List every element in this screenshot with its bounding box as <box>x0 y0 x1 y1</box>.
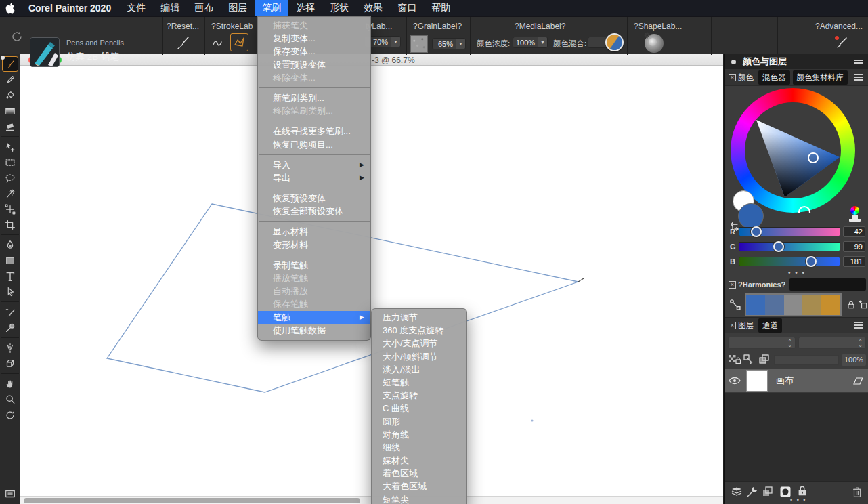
submenu-item-thin-line[interactable]: 细线 <box>372 441 466 454</box>
menu-item-new-brush-category[interactable]: 新笔刷类别... <box>258 91 370 104</box>
menubar-item-edit[interactable]: 编辑 <box>153 0 187 16</box>
add-swatch-icon[interactable] <box>858 299 868 311</box>
tab-channels[interactable]: 通道 <box>758 318 782 333</box>
paper-texture-thumbnail[interactable] <box>410 35 428 53</box>
dynamic-plugins-icon[interactable] <box>745 485 759 499</box>
submenu-item-c-curve[interactable]: C 曲线 <box>372 402 466 415</box>
menu-item-restore-default-variant[interactable]: 恢复预设变体 <box>258 192 370 205</box>
lock-layer-icon[interactable] <box>796 484 808 498</box>
apple-icon[interactable] <box>0 3 20 14</box>
panel-handle-dot[interactable] <box>1 56 5 60</box>
color-blend-sphere-icon[interactable] <box>605 33 624 51</box>
document-titlebar[interactable]: -3 @ 66.7% <box>20 54 723 66</box>
tool-cloner[interactable] <box>2 320 18 335</box>
harmony-swatch-3[interactable] <box>784 295 803 315</box>
harmony-link-icon[interactable] <box>729 298 742 312</box>
layers-panel-menu-icon[interactable] <box>854 320 863 330</box>
blue-value[interactable]: 181 <box>843 256 865 267</box>
green-value[interactable]: 99 <box>843 241 865 252</box>
submenu-item-diagonal[interactable]: 对角线 <box>372 428 466 441</box>
tool-dropper[interactable] <box>2 72 18 87</box>
menubar-item-shapes[interactable]: 形状 <box>322 0 356 16</box>
tool-lasso[interactable] <box>2 170 18 186</box>
blue-slider[interactable] <box>739 257 840 266</box>
tool-transform[interactable] <box>2 201 18 217</box>
layer-commands-icon[interactable] <box>730 485 743 499</box>
tool-shape-select[interactable] <box>2 284 18 299</box>
menubar-item-help[interactable]: 帮助 <box>424 0 458 16</box>
harmony-swatch-4[interactable] <box>802 295 821 315</box>
layer-opacity-value[interactable]: 100% <box>842 354 866 366</box>
green-slider[interactable] <box>739 242 840 251</box>
tool-pen[interactable] <box>2 237 18 253</box>
lock-icon[interactable] <box>846 299 856 311</box>
menu-item-restore-purchased[interactable]: 恢复已购项目... <box>258 138 370 151</box>
panel-header[interactable]: 颜色与图层 <box>725 54 868 69</box>
submenu-item-color-area[interactable]: 着色区域 <box>372 467 466 480</box>
tool-perspective-grid[interactable] <box>2 356 18 371</box>
tab-layers[interactable]: × 图层 <box>729 320 754 331</box>
layers-pager-dots[interactable]: • • • <box>790 497 824 503</box>
submenu-item-fade[interactable]: 淡入/淡出 <box>372 363 466 376</box>
close-harmonies-icon[interactable]: × <box>729 281 736 289</box>
main-color-swatch[interactable] <box>738 203 764 229</box>
tool-mirror-painting[interactable] <box>2 340 18 356</box>
menubar-item-file[interactable]: 文件 <box>119 0 153 16</box>
submenu-item-pivot-rotation[interactable]: 支点旋转 <box>372 389 466 402</box>
menubar-item-layers[interactable]: 图层 <box>221 0 255 16</box>
screen-mode-toggle[interactable] <box>2 486 18 501</box>
composite-method-select[interactable]: ⌃ ⌄ <box>728 337 796 349</box>
menubar-item-effects[interactable]: 效果 <box>356 0 390 16</box>
color-panel-menu-icon[interactable] <box>854 72 863 82</box>
horizontal-scrollbar-thumb[interactable] <box>24 498 360 503</box>
menu-item-export[interactable]: 导出▶ <box>258 171 370 184</box>
menubar-item-select[interactable]: 选择 <box>288 0 322 16</box>
tab-color[interactable]: × 颜色 <box>729 72 754 83</box>
dab-shape-icon[interactable] <box>645 34 664 53</box>
tool-gradient[interactable] <box>2 103 18 119</box>
green-slider-thumb[interactable] <box>773 241 784 252</box>
tool-layer-adjuster[interactable] <box>2 139 18 154</box>
layer-row-canvas[interactable]: 画布 <box>725 369 868 393</box>
menu-item-stroke[interactable]: 笔触▶ <box>258 311 370 324</box>
stroke-freehand-icon[interactable] <box>211 36 226 52</box>
caret-down-icon[interactable]: ▼ <box>538 37 547 47</box>
tool-eraser[interactable] <box>2 119 18 134</box>
brush-variant-thumbnail[interactable] <box>30 37 60 67</box>
menu-item-import[interactable]: 导入▶ <box>258 159 370 171</box>
menu-item-use-stroke-data[interactable]: 使用笔触数据 <box>258 324 370 337</box>
menu-item-save-variant[interactable]: 保存变体... <box>258 45 370 58</box>
tool-rect-select[interactable] <box>2 154 18 170</box>
close-tab-icon[interactable]: × <box>729 74 736 81</box>
tab-color-sets[interactable]: 颜色集材料库 <box>793 70 848 85</box>
caret-down-icon[interactable]: ▼ <box>456 39 465 49</box>
menu-item-transform-materials[interactable]: 变形材料 <box>258 238 370 251</box>
submenu-item-360-pivot[interactable]: 360 度支点旋转 <box>372 324 466 337</box>
harmony-swatch-1[interactable] <box>746 295 765 315</box>
panel-drag-icon[interactable] <box>854 58 863 65</box>
tab-mixer[interactable]: 混色器 <box>758 70 790 85</box>
tool-magic-wand[interactable] <box>2 186 18 201</box>
layer-visibility-icon[interactable] <box>729 376 741 385</box>
tool-text[interactable] <box>2 268 18 284</box>
submenu-item-circle[interactable]: 圆形 <box>372 415 466 428</box>
menubar-item-canvas[interactable]: 画布 <box>187 0 221 16</box>
reset-brush-icon[interactable] <box>175 35 191 54</box>
menu-item-show-materials[interactable]: 显示材料 <box>258 225 370 238</box>
color-stamp-icon[interactable] <box>849 206 861 222</box>
submenu-item-media-dab[interactable]: 媒材尖 <box>372 454 466 467</box>
red-slider-thumb[interactable] <box>751 226 762 237</box>
composite-depth-select[interactable]: ⌃ ⌄ <box>798 337 866 349</box>
menu-item-restore-all-default-variants[interactable]: 恢复全部预设变体 <box>258 205 370 217</box>
harmony-swatches[interactable] <box>745 293 842 316</box>
preserve-transparency-icon[interactable] <box>728 354 741 366</box>
brush-variant-label[interactable]: 仿真 2B 铅笔 <box>66 51 119 63</box>
menu-item-record-stroke[interactable]: 录制笔触 <box>258 259 370 272</box>
submenu-item-large-color-area[interactable]: 大着色区域 <box>372 480 466 492</box>
submenu-item-size-pivot[interactable]: 大小/支点调节 <box>372 337 466 350</box>
menu-item-set-default-variant[interactable]: 设置预设变体 <box>258 58 370 71</box>
harmony-swatch-2[interactable] <box>765 295 784 315</box>
menu-item-get-more-brushes[interactable]: 在线寻找更多笔刷... <box>258 125 370 138</box>
stroke-straightline-icon[interactable] <box>230 33 248 51</box>
tool-grabber-hand[interactable] <box>2 376 18 392</box>
